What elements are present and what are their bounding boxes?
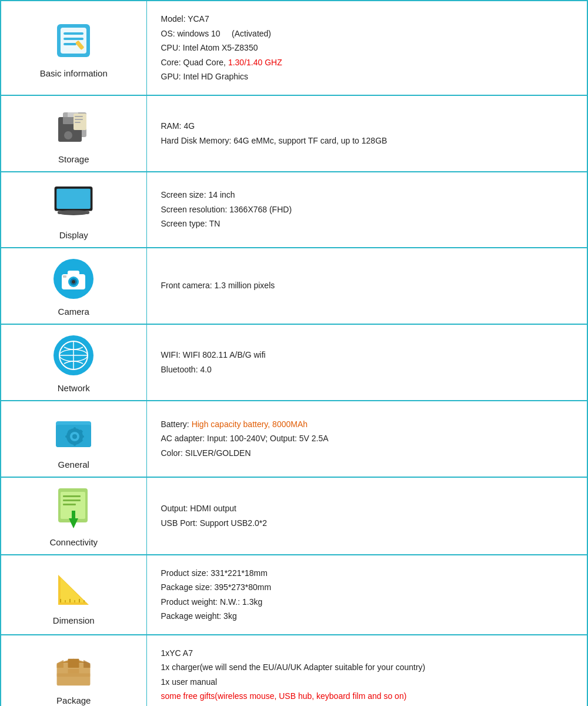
info-package: 1xYC A7 1x charger(we will send the EU/A… xyxy=(146,635,587,707)
dimension-icon xyxy=(52,567,95,609)
svg-marker-62 xyxy=(57,660,64,667)
info-connectivity: Output: HDMI output USB Port: Support US… xyxy=(146,477,587,555)
info-general: Battery: High capacity battery, 8000MAh … xyxy=(146,401,587,477)
svg-rect-51 xyxy=(72,511,75,520)
category-label-network: Network xyxy=(7,383,141,393)
network-icon xyxy=(52,334,95,377)
svg-rect-47 xyxy=(63,495,81,497)
network-wifi: WIFI: WIFI 802.11 A/B/G wifi xyxy=(161,348,573,362)
svg-rect-17 xyxy=(56,188,91,208)
svg-rect-22 xyxy=(68,271,79,276)
svg-rect-3 xyxy=(64,38,83,40)
category-basic-information: Basic information xyxy=(1,1,146,95)
svg-rect-2 xyxy=(64,32,83,35)
battery-highlight: High capacity battery, 8000MAh xyxy=(192,419,308,429)
row-basic-information: Basic information Model: YCA7 OS: window… xyxy=(1,1,587,95)
basic-gpu: GPU: Intel HD Graphics xyxy=(161,69,573,84)
basic-model: Model: YCA7 xyxy=(161,12,573,26)
package-item1: 1xYC A7 xyxy=(161,646,573,661)
row-general: General Battery: High capacity battery, … xyxy=(1,401,587,477)
category-storage: Storage xyxy=(1,95,146,172)
category-label-storage: Storage xyxy=(7,154,141,164)
svg-rect-13 xyxy=(75,116,83,117)
general-icon xyxy=(52,411,95,453)
svg-rect-66 xyxy=(57,673,91,677)
info-basic-information: Model: YCA7 OS: windows 10 (Activated) C… xyxy=(146,1,587,95)
display-type: Screen type: TN xyxy=(161,217,573,231)
svg-rect-26 xyxy=(63,275,66,278)
connectivity-icon xyxy=(52,487,95,530)
svg-rect-10 xyxy=(63,117,74,124)
dimension-package-size: Package size: 395*273*80mm xyxy=(161,580,573,595)
category-label-display: Display xyxy=(7,230,141,240)
category-label-camera: Camera xyxy=(7,307,141,317)
row-network: Network WIFI: WIFI 802.11 A/B/G wifi Blu… xyxy=(1,324,587,401)
package-item3: 1x user manual xyxy=(161,675,573,690)
category-camera: Camera xyxy=(1,248,146,324)
svg-rect-14 xyxy=(75,119,83,120)
svg-rect-37 xyxy=(74,427,76,431)
basic-cpu: CPU: Intel Atom X5-Z8350 xyxy=(161,41,573,55)
connectivity-output: Output: HDMI output xyxy=(161,501,573,516)
svg-rect-65 xyxy=(68,668,79,673)
spec-table: Basic information Model: YCA7 OS: window… xyxy=(0,0,588,706)
row-display: Display Screen size: 14 inch Screen reso… xyxy=(1,172,587,248)
svg-rect-49 xyxy=(63,504,76,505)
info-display: Screen size: 14 inch Screen resolution: … xyxy=(146,172,587,248)
svg-rect-39 xyxy=(65,435,69,438)
dimension-product-weight: Product weight: N.W.: 1.3kg xyxy=(161,595,573,610)
category-label-general: General xyxy=(7,459,141,469)
svg-rect-11 xyxy=(64,131,72,139)
svg-point-25 xyxy=(72,280,75,284)
package-gifts: some free gifts(wireless mouse, USB hub,… xyxy=(161,689,573,704)
category-dimension: Dimension xyxy=(1,555,146,635)
package-icon xyxy=(52,647,95,689)
basic-os: OS: windows 10 (Activated) xyxy=(161,26,573,41)
svg-rect-1 xyxy=(61,28,86,54)
dimension-package-weight: Package weight: 3kg xyxy=(161,609,573,624)
storage-disk: Hard Disk Memory: 64G eMMc, support TF c… xyxy=(161,134,573,148)
category-package: Package xyxy=(1,635,146,707)
svg-rect-48 xyxy=(63,499,81,501)
row-connectivity: Connectivity Output: HDMI output USB Por… xyxy=(1,477,587,555)
info-dimension: Product size: 331*221*18mm Package size:… xyxy=(146,555,587,635)
basic-core-speed: 1.30/1.40 GHZ xyxy=(228,58,282,67)
package-item2: 1x charger(we will send the EU/AU/UK Ada… xyxy=(161,660,573,675)
camera-icon xyxy=(52,258,95,300)
display-icon xyxy=(52,182,95,224)
svg-rect-4 xyxy=(64,43,76,45)
general-color: Color: SILVER/GOLDEN xyxy=(161,446,573,461)
category-general: General xyxy=(1,401,146,477)
display-resolution: Screen resolution: 1366X768 (FHD) xyxy=(161,202,573,217)
general-battery: Battery: High capacity battery, 8000MAh xyxy=(161,417,573,432)
category-label-dimension: Dimension xyxy=(7,615,141,625)
row-storage: Storage RAM: 4G Hard Disk Memory: 64G eM… xyxy=(1,95,587,172)
display-size: Screen size: 14 inch xyxy=(161,188,573,202)
network-bluetooth: Bluetooth: 4.0 xyxy=(161,362,573,377)
svg-rect-38 xyxy=(74,442,76,446)
storage-icon xyxy=(52,105,95,148)
svg-rect-40 xyxy=(81,435,84,438)
info-camera: Front camera: 1.3 million pixels xyxy=(146,248,587,324)
category-connectivity: Connectivity xyxy=(1,477,146,555)
svg-rect-19 xyxy=(58,211,89,214)
basic-core: Core: Quad Core, 1.30/1.40 GHZ xyxy=(161,55,573,70)
row-dimension: Dimension Product size: 331*221*18mm Pac… xyxy=(1,555,587,635)
category-network: Network xyxy=(1,324,146,401)
info-network: WIFI: WIFI 802.11 A/B/G wifi Bluetooth: … xyxy=(146,324,587,401)
svg-point-36 xyxy=(72,434,77,439)
row-package: Package 1xYC A7 1x charger(we will send … xyxy=(1,635,587,707)
storage-ram: RAM: 4G xyxy=(161,119,573,134)
category-label-basic: Basic information xyxy=(7,68,141,78)
dimension-product-size: Product size: 331*221*18mm xyxy=(161,566,573,581)
camera-front: Front camera: 1.3 million pixels xyxy=(161,278,573,293)
category-label-package: Package xyxy=(7,695,141,705)
basic-icon xyxy=(52,19,95,62)
svg-rect-64 xyxy=(68,658,79,667)
svg-rect-15 xyxy=(75,122,81,123)
info-storage: RAM: 4G Hard Disk Memory: 64G eMMc, supp… xyxy=(146,95,587,172)
row-camera: Camera Front camera: 1.3 million pixels xyxy=(1,248,587,324)
category-display: Display xyxy=(1,172,146,248)
svg-marker-63 xyxy=(83,660,90,667)
category-label-connectivity: Connectivity xyxy=(7,537,141,547)
